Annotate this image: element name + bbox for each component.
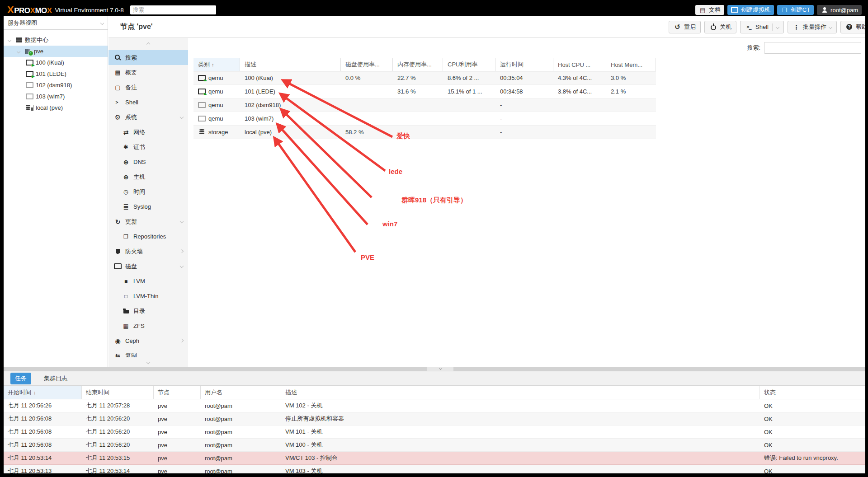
node-toolbar: 重启 关机 Shell 批量操作 — [669, 21, 865, 33]
column-header-type[interactable]: 类别↑ — [193, 58, 240, 71]
resource-tree-panel: 服务器视图 数据中心 pve 100 (iKuai) 101 (LEDE) — [4, 16, 108, 367]
tab-cluster-log[interactable]: 集群日志 — [44, 374, 67, 383]
tree-item-node-pve[interactable]: pve — [4, 46, 108, 57]
nav-item-certificates[interactable]: 证书 — [108, 140, 188, 154]
power-icon — [709, 23, 717, 30]
tree-item-vm-100[interactable]: 100 (iKuai) — [4, 57, 108, 68]
nav-item-lvm-thin[interactable]: LVM-Thin — [108, 289, 188, 304]
datacenter-icon — [15, 37, 23, 43]
tree-item-vm-101[interactable]: 101 (LEDE) — [4, 68, 108, 80]
vm-running-icon — [26, 70, 33, 77]
column-header-host-mem[interactable]: Host Mem... — [606, 58, 656, 71]
sort-desc-icon: ↓ — [33, 390, 36, 395]
column-header-description[interactable]: 描述 — [240, 58, 341, 71]
help-button[interactable]: 帮助 — [840, 21, 865, 33]
nav-item-time[interactable]: 时间 — [108, 184, 188, 199]
tree-item-datacenter[interactable]: 数据中心 — [4, 34, 108, 46]
table-row-vm-102[interactable]: qemu 102 (dsm918) - — [193, 98, 656, 112]
filter-label: 搜索: — [747, 44, 760, 52]
task-row[interactable]: 七月 11 20:56:08七月 11 20:56:20pveroot@pamV… — [4, 439, 865, 452]
view-selector[interactable]: 服务器视图 — [4, 16, 108, 30]
chevron-down-icon[interactable] — [17, 49, 20, 53]
top-header-bar: XPROXMOX Virtual Environment 7.0-8 文档 创建… — [4, 4, 865, 16]
task-row[interactable]: 七月 11 20:56:08七月 11 20:56:20pveroot@pam停… — [4, 412, 865, 426]
nav-item-hosts[interactable]: 主机 — [108, 169, 188, 184]
filter-input[interactable] — [764, 42, 861, 54]
copy-icon — [122, 233, 130, 240]
tree-item-vm-102[interactable]: 102 (dsm918) — [4, 80, 108, 91]
sort-asc-icon: ↑ — [212, 62, 214, 67]
shutdown-button[interactable]: 关机 — [704, 21, 736, 33]
globe-icon — [122, 173, 130, 180]
task-row[interactable]: 七月 11 20:56:08七月 11 20:56:20pveroot@pamV… — [4, 426, 865, 439]
nav-item-syslog[interactable]: Syslog — [108, 199, 188, 214]
user-menu-button[interactable]: root@pam — [817, 5, 862, 15]
panel-splitter[interactable] — [4, 367, 865, 371]
column-header-uptime[interactable]: 运行时间 — [495, 58, 553, 71]
terminal-icon — [745, 23, 753, 30]
nav-item-shell[interactable]: Shell — [108, 95, 188, 110]
nav-item-directory[interactable]: 目录 — [108, 304, 188, 318]
task-row-error[interactable]: 七月 11 20:53:14七月 11 20:53:15pveroot@pamV… — [4, 452, 865, 465]
panel-title-bar: 节点 'pve' 重启 关机 Shell 批量操 — [108, 16, 865, 38]
column-header-host-cpu[interactable]: Host CPU ... — [553, 58, 606, 71]
column-header-end-time[interactable]: 结束时间 — [82, 386, 154, 399]
nav-item-dns[interactable]: DNS — [108, 154, 188, 169]
restart-button[interactable]: 重启 — [669, 21, 701, 33]
monitor-icon — [731, 7, 739, 14]
chevron-down-icon — [180, 264, 184, 268]
chevron-down-icon — [100, 21, 104, 24]
column-header-username[interactable]: 用户名 — [201, 386, 281, 399]
create-vm-button[interactable]: 创建虚拟机 — [727, 5, 774, 15]
search-results-area: 搜索: 类别↑ 描述 磁盘使用率... 内存使用率... CPU利用率 运行时间… — [188, 38, 865, 367]
table-row-vm-100[interactable]: qemu 100 (iKuai) 0.0 % 22.7 % 8.6% of 2 … — [193, 71, 656, 85]
nav-item-notes[interactable]: 备注 — [108, 80, 188, 95]
nav-item-search[interactable]: 搜索 — [108, 50, 188, 65]
logo-x-icon: X — [7, 4, 14, 16]
document-icon — [699, 7, 707, 14]
chevron-down-icon[interactable] — [8, 38, 11, 42]
scroll-up-icon[interactable] — [146, 42, 150, 46]
task-row[interactable]: 七月 11 20:53:13七月 11 20:53:14pveroot@pamV… — [4, 465, 865, 473]
task-row[interactable]: 七月 11 20:56:26七月 11 20:57:28pveroot@pamV… — [4, 399, 865, 412]
column-header-mem-usage[interactable]: 内存使用率... — [393, 58, 443, 71]
tree-item-vm-103[interactable]: 103 (wim7) — [4, 91, 108, 102]
column-header-cpu-usage[interactable]: CPU利用率 — [443, 58, 495, 71]
terminal-icon — [114, 99, 122, 106]
square-outline-icon — [122, 293, 130, 299]
nav-item-disks[interactable]: 磁盘 — [108, 259, 188, 274]
table-row-vm-101[interactable]: qemu 101 (LEDE) 31.6 % 15.1% of 1 ... 00… — [193, 85, 656, 98]
nav-item-repositories[interactable]: Repositories — [108, 229, 188, 244]
list-icon — [122, 203, 130, 210]
tree-item-storage-local[interactable]: local (pve) — [4, 102, 108, 113]
nav-item-ceph[interactable]: Ceph — [108, 333, 188, 348]
chevron-right-icon — [180, 249, 184, 253]
clock-icon — [122, 188, 130, 195]
tab-tasks[interactable]: 任务 — [10, 373, 31, 384]
splitter-collapse-handle[interactable] — [427, 367, 453, 371]
shell-button[interactable]: Shell — [740, 21, 784, 33]
nav-item-lvm[interactable]: LVM — [108, 274, 188, 289]
column-header-status[interactable]: 状态 — [760, 386, 865, 399]
nav-item-network[interactable]: 网络 — [108, 125, 188, 140]
create-ct-button[interactable]: 创建CT — [777, 5, 814, 15]
node-icon — [24, 48, 32, 55]
nav-item-firewall[interactable]: 防火墙 — [108, 244, 188, 259]
table-row-vm-103[interactable]: qemu 103 (wim7) - — [193, 112, 656, 126]
bulk-actions-button[interactable]: 批量操作 — [788, 21, 837, 33]
documentation-button[interactable]: 文档 — [695, 5, 724, 15]
global-search-input[interactable] — [130, 5, 216, 14]
vm-stopped-icon — [26, 93, 33, 100]
proxmox-logo: XPROXMOX — [7, 4, 52, 16]
table-row-storage-local[interactable]: storage local (pve) 58.2 % - — [193, 126, 656, 139]
nav-item-updates[interactable]: 更新 — [108, 214, 188, 229]
nav-item-system[interactable]: 系统 — [108, 110, 188, 125]
column-header-description[interactable]: 描述 — [281, 386, 760, 399]
nav-item-zfs[interactable]: ZFS — [108, 318, 188, 333]
nav-item-summary[interactable]: 概要 — [108, 65, 188, 80]
user-icon — [821, 7, 828, 14]
column-header-disk-usage[interactable]: 磁盘使用率... — [341, 58, 393, 71]
scroll-down-icon[interactable] — [146, 360, 150, 364]
column-header-start-time[interactable]: 开始时间↓ — [4, 386, 82, 399]
column-header-node[interactable]: 节点 — [154, 386, 201, 399]
